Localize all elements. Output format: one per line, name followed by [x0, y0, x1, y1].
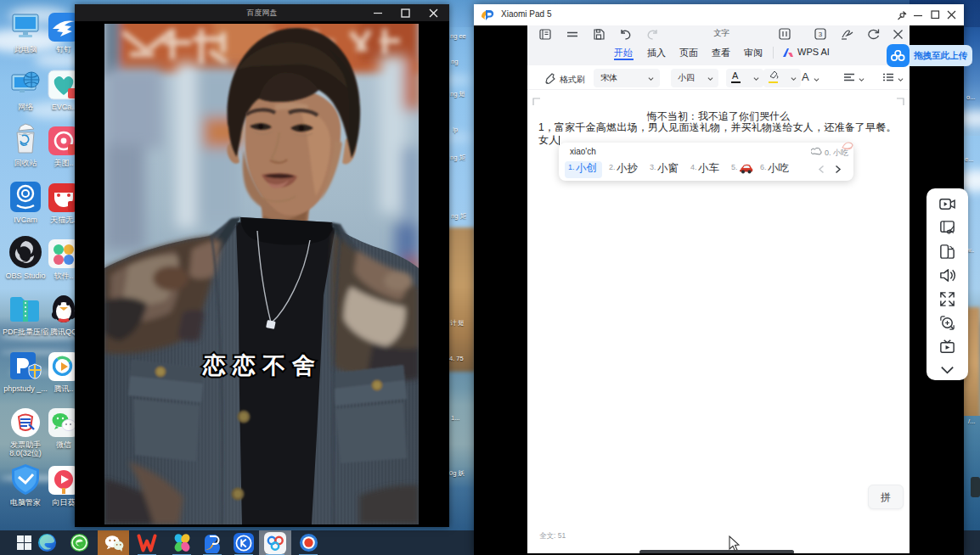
svg-text:3: 3: [819, 31, 823, 38]
svg-text:恋恋不舍: 恋恋不舍: [202, 353, 322, 378]
